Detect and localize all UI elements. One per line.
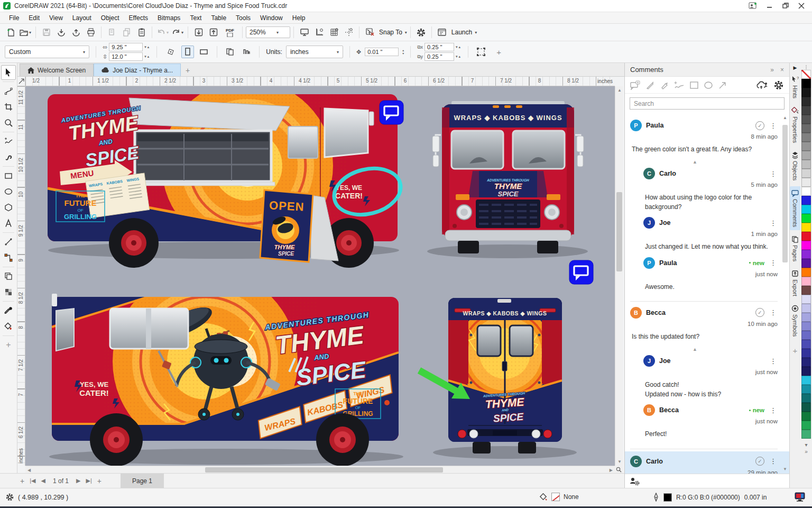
add-tool-button[interactable]: +	[1, 338, 16, 352]
color-swatch[interactable]	[801, 268, 811, 277]
zoom-tool[interactable]	[1, 115, 16, 130]
color-swatch[interactable]	[801, 322, 811, 331]
sign-in-icon[interactable]	[749, 2, 757, 10]
add-page-end-button[interactable]: +	[97, 477, 102, 485]
fill-swatch[interactable]	[551, 493, 560, 501]
comment-menu-icon[interactable]: ⋮	[769, 259, 778, 267]
color-swatch[interactable]	[801, 124, 811, 133]
chevron-down-icon[interactable]: ▾	[475, 30, 477, 35]
palette-scroll-down-icon[interactable]: ▾	[805, 441, 808, 448]
color-swatch[interactable]	[801, 367, 811, 376]
menu-item[interactable]: Window	[255, 13, 288, 23]
menu-item[interactable]: Tools	[231, 13, 255, 23]
comment-thread-selected[interactable]: C Carlo ✓ ⋮ 29 min ago Cool design!	[625, 451, 789, 474]
docker-tab-hints[interactable]: ? Hints	[790, 72, 801, 102]
color-swatch[interactable]	[801, 106, 811, 115]
color-swatch[interactable]	[801, 232, 811, 241]
color-swatch[interactable]	[801, 133, 811, 142]
cloud-collaboration-icon[interactable]	[756, 80, 769, 90]
color-swatch[interactable]	[801, 70, 811, 79]
color-swatch[interactable]	[801, 223, 811, 232]
docker-expand-icon[interactable]: ▶	[793, 65, 797, 70]
rectangle-tool[interactable]	[1, 168, 16, 183]
color-swatch[interactable]	[801, 376, 811, 385]
treat-as-filled-button[interactable]	[475, 46, 487, 58]
ellipse-note-icon[interactable]	[704, 80, 713, 90]
docker-tab-objects[interactable]: Objects	[790, 148, 801, 184]
undo-button[interactable]: ▾	[155, 25, 170, 39]
text-tool[interactable]	[1, 216, 16, 231]
tab-document[interactable]: Joe Diaz - Thyme a...	[94, 64, 181, 76]
outline-pen-icon[interactable]	[653, 493, 659, 502]
palette-expand-icon[interactable]: »	[805, 448, 808, 455]
menu-item[interactable]: Effects	[124, 13, 153, 23]
save-button[interactable]	[39, 25, 53, 39]
vscroll-thumb[interactable]	[616, 192, 622, 271]
comment-menu-icon[interactable]: ⋮	[769, 457, 778, 465]
connector-tool[interactable]	[1, 250, 16, 265]
close-panel-icon[interactable]: ×	[780, 66, 784, 74]
snap-to-label[interactable]: Snap To	[379, 29, 402, 36]
arrow-note-icon[interactable]	[718, 80, 727, 90]
fill-color-icon[interactable]	[539, 493, 548, 501]
view-guidelines-toggle[interactable]	[342, 25, 356, 39]
page-preset-combobox[interactable]: Custom▾	[5, 46, 89, 58]
hscroll-thumb[interactable]	[205, 467, 443, 473]
restore-button[interactable]	[782, 3, 789, 9]
chevron-down-icon[interactable]: ▾	[405, 30, 407, 35]
truck-front[interactable]: WRAPS ◆ KABOBS ◆ WINGS ADVENTURES THROUG…	[427, 101, 588, 258]
comment-menu-icon[interactable]: ⋮	[769, 170, 778, 178]
truck-side-bottom[interactable]: ADVENTURES THROUGH THYME AND SPICE WRAPS…	[49, 269, 403, 466]
contour-tool[interactable]	[1, 269, 16, 284]
duplicate-y-field[interactable]: 0.25 "	[425, 52, 454, 61]
cloud-open-button[interactable]	[54, 25, 68, 39]
launch-label[interactable]: Launch	[451, 29, 472, 36]
color-proof-icon[interactable]	[794, 492, 806, 502]
color-swatch[interactable]	[801, 196, 811, 205]
color-swatch[interactable]	[801, 412, 811, 421]
next-page-button[interactable]: ▶	[76, 477, 80, 484]
crop-tool[interactable]	[1, 99, 16, 114]
options-gear-button[interactable]	[414, 25, 428, 39]
add-docker-icon[interactable]: +	[793, 346, 798, 355]
horizontal-ruler[interactable]: 1/211 1/222 1/233 1/244 1/255 1/266 1/27…	[25, 77, 615, 86]
freehand-tool[interactable]	[1, 134, 16, 149]
rectangle-note-icon[interactable]	[689, 80, 699, 90]
horizontal-scrollbar[interactable]: ◀ ▶	[25, 466, 615, 473]
color-swatch[interactable]	[801, 331, 811, 340]
color-swatch[interactable]	[801, 178, 811, 187]
docker-tab-comments[interactable]: Comments	[790, 186, 801, 230]
ellipse-tool[interactable]	[1, 184, 16, 199]
color-swatch[interactable]	[801, 340, 811, 349]
comment-thread[interactable]: B Becca ✓ ⋮ 10 min ago Is this the updat…	[630, 304, 778, 447]
color-swatch[interactable]	[801, 250, 811, 259]
add-note-icon[interactable]	[630, 80, 641, 90]
first-page-button[interactable]: |◀	[30, 477, 35, 484]
docker-tab-symbols[interactable]: Symbols	[790, 302, 801, 340]
print-button[interactable]	[84, 25, 98, 39]
add-property-icon[interactable]: +	[496, 48, 501, 57]
color-swatch[interactable]	[801, 349, 811, 358]
collapse-replies-icon[interactable]: ▲	[693, 159, 778, 165]
docker-tab-pages[interactable]: Pages	[790, 232, 801, 265]
page-tab[interactable]: Page 1	[121, 474, 164, 488]
color-swatch[interactable]	[801, 304, 811, 313]
prev-page-button[interactable]: ◀	[41, 477, 45, 484]
view-rulers-toggle[interactable]	[312, 25, 326, 39]
color-swatch[interactable]	[801, 286, 811, 295]
color-swatch[interactable]	[801, 241, 811, 250]
comment-marker-1[interactable]	[380, 101, 403, 124]
tab-welcome-screen[interactable]: Welcome Screen	[20, 64, 94, 76]
comment-menu-icon[interactable]: ⋮	[769, 406, 778, 414]
comment-thread[interactable]: P Paula ✓ ⋮ 8 min ago The green color is…	[630, 116, 778, 299]
landscape-button[interactable]	[198, 46, 210, 58]
current-page-button[interactable]	[240, 46, 253, 58]
minimize-button[interactable]	[767, 3, 773, 9]
view-grid-toggle[interactable]	[327, 25, 341, 39]
paste-button[interactable]	[134, 25, 149, 39]
duplicate-x-field[interactable]: 0.25 "	[425, 43, 454, 51]
copy-button[interactable]	[119, 25, 134, 39]
shape-tool[interactable]	[1, 84, 16, 98]
cut-button[interactable]	[105, 25, 119, 39]
menu-item[interactable]: Layout	[68, 13, 96, 23]
